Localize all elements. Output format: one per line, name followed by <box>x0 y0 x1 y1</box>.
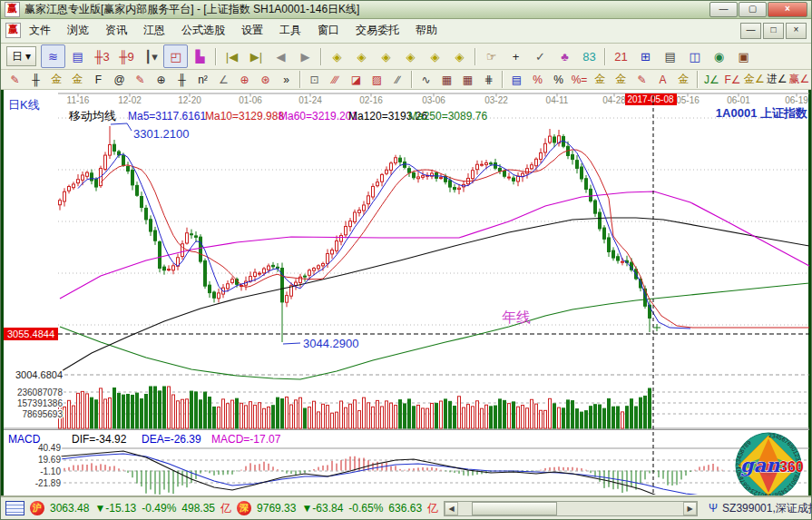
percent-levels-icon[interactable]: %= <box>569 70 590 89</box>
scrollbar-track[interactable] <box>458 502 683 515</box>
grid-arrow-icon[interactable]: ▦ <box>457 70 478 89</box>
horizontal-scrollbar[interactable]: ◀ ▶ <box>444 501 698 516</box>
mdi-close-button[interactable]: × <box>786 23 807 39</box>
mdi-restore-button[interactable]: □ <box>763 23 784 39</box>
angle-gold-icon[interactable]: 金∠ <box>743 70 766 89</box>
gold-circle-icon[interactable]: 金 <box>590 70 611 89</box>
gann-diamond-v-icon[interactable]: ◈ <box>398 44 423 68</box>
shanghai-market-icon[interactable]: 沪 <box>30 501 44 515</box>
parallel-lines-icon[interactable]: ∕∕ <box>387 70 408 89</box>
next-bar-icon[interactable]: ▶ <box>293 44 318 68</box>
percent-icon[interactable]: % <box>548 70 569 89</box>
stock-compare-icon[interactable]: 83 <box>577 44 602 68</box>
volume-bar <box>349 405 352 429</box>
close-button[interactable]: × <box>768 2 807 17</box>
menu-item-8[interactable]: 交易委托 <box>347 20 407 41</box>
scrollbar-thumb[interactable] <box>472 502 557 515</box>
volume-bar <box>372 407 375 429</box>
volume-bar <box>413 407 416 428</box>
quote-list-icon[interactable]: ▤ <box>506 70 527 89</box>
quote-table-icon[interactable] <box>5 501 24 515</box>
percent-slash-icon[interactable]: % <box>527 70 548 89</box>
shenzhen-market-icon[interactable]: 深 <box>237 501 251 515</box>
menu-item-2[interactable]: 资讯 <box>97 20 135 41</box>
box-tool-icon[interactable]: ⊡ <box>304 70 325 89</box>
flag-pencil-icon[interactable]: ✎ <box>631 70 652 89</box>
fan-rays-icon[interactable]: ∕∕∕ <box>325 70 346 89</box>
n-square-icon[interactable]: n² <box>192 70 213 89</box>
gann-diamond-right-icon[interactable]: ◈ <box>325 44 349 68</box>
angle-jin-icon[interactable]: 进∠ <box>766 70 788 89</box>
minute9-chart-icon[interactable]: ╫9 <box>114 44 139 68</box>
menu-item-3[interactable]: 江恩 <box>135 20 173 41</box>
minute3-chart-icon[interactable]: ╫3 <box>90 44 114 68</box>
angle-j-icon[interactable]: J∠ <box>701 70 722 89</box>
menu-item-1[interactable]: 浏览 <box>59 20 97 41</box>
draw-pencil-icon[interactable]: ✎ <box>5 70 25 89</box>
last-bar-icon[interactable]: ▶| <box>244 44 269 68</box>
fan-box-icon[interactable]: ◪ <box>346 70 367 89</box>
gann-diamond-target-icon[interactable]: ◈ <box>447 44 472 68</box>
period-selector-button[interactable]: 日 ▾ <box>6 46 36 66</box>
gold-underline-icon[interactable]: 金 <box>673 70 694 89</box>
polyline-tool-icon[interactable]: ✓ <box>528 44 553 68</box>
candle-body <box>104 155 107 169</box>
wave-a-icon[interactable]: A <box>652 70 673 89</box>
menu-item-7[interactable]: 窗口 <box>309 20 347 41</box>
angle-four-icon[interactable]: 四∠ <box>810 70 811 89</box>
maximize-button[interactable]: ▢ <box>739 2 767 17</box>
mesh-box-icon[interactable]: ▨ <box>367 70 387 89</box>
ticker-code-label[interactable]: SZ399001,深证成指 <box>722 501 812 516</box>
gold-grid-comb-icon[interactable]: 金 <box>67 70 88 89</box>
zigzag-icon[interactable]: ∿ <box>416 70 436 89</box>
notes-icon[interactable]: ▤ <box>658 44 682 68</box>
kline-chart-icon[interactable]: ◰ <box>163 44 188 68</box>
grid-dark-icon[interactable]: ▦ <box>436 70 457 89</box>
prev-bar-icon[interactable]: ◀ <box>269 44 293 68</box>
crosshair-icon[interactable]: + <box>504 44 528 68</box>
gann-diamond-left-icon[interactable]: ◈ <box>349 44 374 68</box>
time-comb-icon[interactable]: ╫ <box>171 70 192 89</box>
calendar-icon[interactable]: 21 <box>609 44 633 68</box>
spiral-icon[interactable]: @ <box>109 70 130 89</box>
scroll-right-arrow[interactable]: ▶ <box>683 502 697 515</box>
gann-diamond-h-icon[interactable]: ◈ <box>374 44 398 68</box>
more-tools-chevron-icon[interactable]: » <box>276 70 297 89</box>
candle-body <box>295 282 298 285</box>
volume-bar <box>254 406 257 429</box>
kline-chart[interactable]: 11-1612-0212-2001-0601-2402-1603-0603-22… <box>4 90 810 495</box>
scroll-left-arrow[interactable]: ◀ <box>445 502 458 515</box>
cycle-circle-icon[interactable]: ⊕ <box>151 70 171 89</box>
menu-item-5[interactable]: 设置 <box>233 20 271 41</box>
gold-comb-icon[interactable]: 金 <box>46 70 67 89</box>
menu-item-4[interactable]: 公式选股 <box>173 20 233 41</box>
mdi-minimize-button[interactable]: — <box>740 23 761 39</box>
candle-style-icon[interactable]: ┃▾ <box>139 44 163 68</box>
angle-ruler-icon[interactable]: ∠ <box>213 70 234 89</box>
magic-tool-icon[interactable]: ♣ <box>553 44 577 68</box>
target-circle-icon[interactable]: ⊕ <box>234 70 255 89</box>
save-icon[interactable]: ◫ <box>682 44 707 68</box>
menu-item-0[interactable]: 文件 <box>21 20 59 41</box>
angle-f-icon[interactable]: F∠ <box>722 70 743 89</box>
fibonacci-comb-icon[interactable]: F <box>88 70 109 89</box>
colored-histogram-icon[interactable]: ▙ <box>188 44 212 68</box>
export-globe-icon[interactable]: ◉ <box>707 44 731 68</box>
measure-pencil-icon[interactable]: ✎ <box>130 70 151 89</box>
order-cart-icon[interactable]: ▣ <box>731 44 756 68</box>
menu-item-9[interactable]: 帮助 <box>407 20 445 41</box>
minimize-button[interactable]: — <box>709 2 738 17</box>
volume-bar <box>417 406 420 429</box>
calculator-icon[interactable]: ⊞ <box>633 44 658 68</box>
hatch-lines-icon[interactable]: ⋕ <box>478 70 499 89</box>
info-panel-icon[interactable]: ▤ <box>65 44 90 68</box>
pattern-match-icon[interactable]: ≋ <box>41 44 65 68</box>
gann-comb-icon[interactable]: ╫ <box>25 70 46 89</box>
first-bar-icon[interactable]: |◀ <box>220 44 244 68</box>
pan-hand-icon[interactable]: ☞ <box>479 44 504 68</box>
menu-item-6[interactable]: 工具 <box>271 20 309 41</box>
starburst-icon[interactable]: ⊛ <box>255 70 276 89</box>
gann-diamond-cross-icon[interactable]: ◈ <box>423 44 447 68</box>
angle-win-icon[interactable]: 赢∠ <box>788 70 811 89</box>
gold-line-icon[interactable]: 金 <box>611 70 631 89</box>
